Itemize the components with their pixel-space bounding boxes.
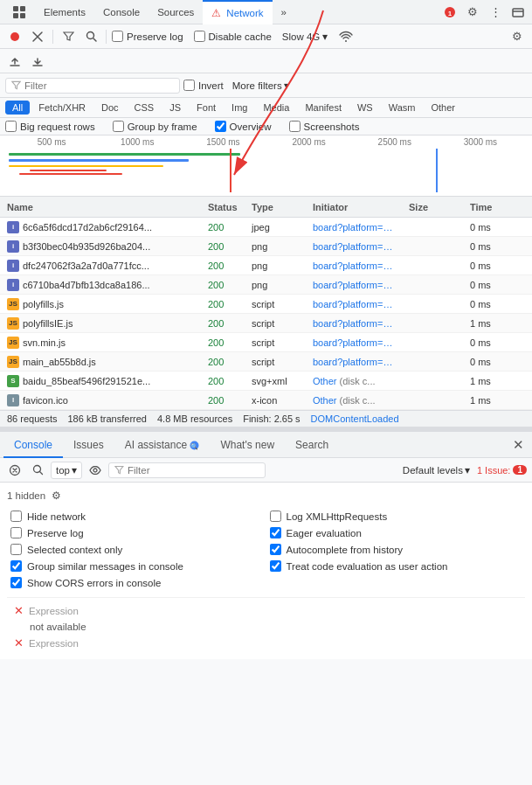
console-filter-icon[interactable] [28, 461, 47, 480]
console-settings-gear-icon[interactable]: ⚙ [49, 489, 63, 503]
settings-icon[interactable]: ⚙ [462, 2, 483, 23]
setting-treat-code-eval[interactable]: Treat code evaluation as user action [270, 560, 522, 572]
filter-doc[interactable]: Doc [94, 101, 126, 115]
group-similar-checkbox[interactable] [10, 560, 22, 572]
preserve-log-console-checkbox[interactable] [10, 527, 22, 538]
expression-close-0[interactable]: ✕ [14, 604, 24, 617]
table-row[interactable]: i b3f30bec04b935d926ba204... 200 png boa… [0, 237, 532, 256]
context-selector[interactable]: top ▾ [51, 462, 82, 479]
setting-log-xml[interactable]: Log XMLHttpRequests [270, 511, 522, 522]
levels-selector[interactable]: Default levels ▾ [403, 464, 470, 476]
record-button[interactable] [5, 27, 24, 46]
upload-icon[interactable] [5, 52, 24, 71]
more-icon[interactable]: ⋮ [485, 2, 506, 23]
tab-console[interactable]: Console [94, 0, 149, 24]
overview-checkbox[interactable] [215, 121, 226, 132]
filter-input-container[interactable] [5, 78, 180, 94]
filter-all[interactable]: All [5, 101, 30, 115]
show-cors-checkbox[interactable] [10, 577, 22, 588]
filter-js[interactable]: JS [162, 101, 188, 115]
setting-show-cors[interactable]: Show CORS errors in console [10, 577, 263, 588]
expression-input-0[interactable]: Expression [29, 606, 518, 616]
expression-close-1[interactable]: ✕ [14, 636, 24, 650]
console-tab-ai-assistance[interactable]: AI assistance 🔍 [114, 432, 211, 458]
notification-icon[interactable]: 1 [439, 2, 460, 23]
console-filter-input[interactable] [128, 465, 259, 476]
table-row[interactable]: i c6710ba4d7bfb13dca8a186... 200 png boa… [0, 275, 532, 295]
console-tab-issues[interactable]: Issues [63, 432, 114, 458]
screenshots-checkbox[interactable] [289, 121, 301, 132]
table-row[interactable]: JS polyfillsIE.js 200 script board?platf… [0, 314, 532, 333]
setting-preserve-log[interactable]: Preserve log [10, 527, 263, 538]
col-type[interactable]: Type [245, 202, 306, 212]
preserve-log-checkbox[interactable] [112, 31, 123, 42]
big-request-rows-label[interactable]: Big request rows [5, 121, 95, 132]
table-row[interactable]: JS svn.min.js 200 script board?platform=… [0, 333, 532, 352]
tab-sources[interactable]: Sources [149, 0, 203, 24]
autocomplete-history-checkbox[interactable] [270, 544, 281, 555]
filter-fetch-xhr[interactable]: Fetch/XHR [31, 101, 93, 115]
eye-icon[interactable] [86, 461, 105, 480]
tab-elements[interactable]: Elements [35, 0, 94, 24]
filter-ws[interactable]: WS [350, 101, 380, 115]
disable-cache-checkbox[interactable] [194, 31, 205, 42]
preserve-log-label[interactable]: Preserve log [112, 31, 183, 42]
setting-selected-context[interactable]: Selected context only [10, 544, 263, 555]
disable-cache-label[interactable]: Disable cache [194, 31, 272, 42]
close-console-panel-icon[interactable]: ✕ [508, 434, 529, 455]
table-row[interactable]: JS main_ab55b8d.js 200 script board?plat… [0, 352, 532, 372]
filter-manifest[interactable]: Manifest [298, 101, 349, 115]
hide-network-checkbox[interactable] [10, 511, 22, 522]
undock-icon[interactable] [508, 2, 529, 23]
console-tab-console[interactable]: Console [3, 432, 63, 458]
filter-input[interactable] [24, 80, 174, 91]
throttle-selector[interactable]: Slow 4G ▾ [282, 31, 328, 43]
network-settings-icon[interactable]: ⚙ [508, 27, 527, 46]
col-initiator[interactable]: Initiator [306, 202, 402, 212]
overview-label[interactable]: Overview [215, 121, 272, 132]
filter-css[interactable]: CSS [128, 101, 162, 115]
setting-eager-evaluation[interactable]: Eager evaluation [270, 527, 522, 538]
selected-context-checkbox[interactable] [10, 544, 22, 555]
setting-autocomplete-history[interactable]: Autocomplete from history [270, 544, 522, 555]
filter-wasm[interactable]: Wasm [382, 101, 423, 115]
treat-code-eval-checkbox[interactable] [270, 560, 281, 572]
filter-media[interactable]: Media [256, 101, 296, 115]
console-filter-container[interactable] [108, 462, 266, 478]
setting-hide-network[interactable]: Hide network [10, 511, 263, 522]
invert-checkbox[interactable] [183, 80, 195, 91]
invert-label[interactable]: Invert [183, 80, 224, 91]
clear-button[interactable] [28, 27, 47, 46]
devtools-icon[interactable] [3, 0, 35, 24]
wifi-icon[interactable] [336, 27, 356, 46]
search-icon[interactable] [81, 27, 100, 46]
group-by-frame-checkbox[interactable] [113, 121, 124, 132]
tab-more[interactable]: » [273, 0, 295, 24]
log-xml-checkbox[interactable] [270, 511, 281, 522]
table-row[interactable]: i 6c6a5f6dcd17d2ab6cf29164... 200 jpeg b… [0, 218, 532, 237]
console-clear-icon[interactable] [5, 461, 24, 480]
table-row[interactable]: i dfc247062f3a2a7d0a771fcc... 200 png bo… [0, 256, 532, 275]
setting-group-similar[interactable]: Group similar messages in console [10, 560, 263, 572]
big-request-rows-checkbox[interactable] [5, 121, 17, 132]
table-row[interactable]: JS polyfills.js 200 script board?platfor… [0, 295, 532, 314]
table-row[interactable]: S baidu_85beaf5496f291521e... 200 svg+xm… [0, 372, 532, 391]
download-icon[interactable] [28, 52, 47, 71]
tab-network[interactable]: ⚠ Network [203, 0, 272, 24]
col-name[interactable]: Name [0, 202, 201, 212]
console-tab-whats-new[interactable]: What's new [210, 432, 285, 458]
expression-input-1[interactable]: Expression [29, 638, 518, 649]
filter-font[interactable]: Font [190, 101, 223, 115]
col-time[interactable]: Time [463, 202, 507, 212]
col-size[interactable]: Size [402, 202, 463, 212]
col-status[interactable]: Status [201, 202, 245, 212]
eager-eval-checkbox[interactable] [270, 527, 281, 538]
more-filters-button[interactable]: More filters ▾ [227, 78, 294, 94]
filter-icon[interactable] [59, 27, 78, 46]
console-tab-search[interactable]: Search [285, 432, 339, 458]
table-row[interactable]: I favicon.ico 200 x-icon Other (disk c..… [0, 391, 532, 410]
filter-other[interactable]: Other [424, 101, 462, 115]
timeline-area[interactable]: 500 ms 1000 ms 1500 ms 2000 ms 2500 ms 3… [0, 135, 532, 197]
group-by-frame-label[interactable]: Group by frame [113, 121, 197, 132]
issue-indicator[interactable]: 1 Issue: 1 [477, 465, 527, 476]
